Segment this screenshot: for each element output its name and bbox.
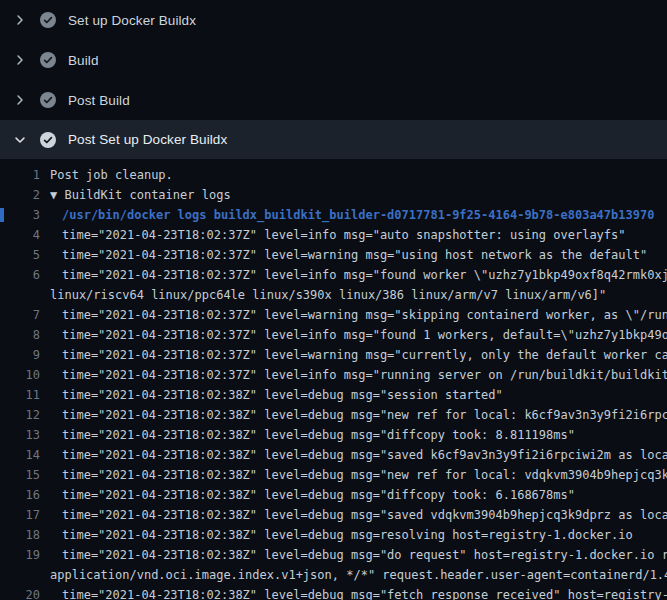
log-line-text: time="2021-04-23T18:02:37Z" level=warnin… <box>40 305 667 325</box>
log-line-number[interactable]: 6 <box>0 265 40 285</box>
log-line-8: 8time="2021-04-23T18:02:37Z" level=info … <box>0 325 667 345</box>
log-line-number <box>0 565 40 585</box>
log-line-number[interactable]: 4 <box>0 225 40 245</box>
log-line-text: Post job cleanup. <box>40 165 667 185</box>
log-line-number[interactable]: 1 <box>0 165 40 185</box>
log-line-number[interactable]: 7 <box>0 305 40 325</box>
log-line-15: 15time="2021-04-23T18:02:38Z" level=debu… <box>0 465 667 485</box>
log-line-13: 13time="2021-04-23T18:02:38Z" level=debu… <box>0 425 667 445</box>
log-line-text: time="2021-04-23T18:02:38Z" level=debug … <box>40 445 667 465</box>
log-line-text: time="2021-04-23T18:02:38Z" level=debug … <box>40 545 667 565</box>
log-line-text: time="2021-04-23T18:02:38Z" level=debug … <box>40 505 667 525</box>
log-line-2: 2▼ BuildKit container logs <box>0 185 667 205</box>
log-line-6: 6time="2021-04-23T18:02:37Z" level=info … <box>0 265 667 285</box>
log-line-5: 5time="2021-04-23T18:02:37Z" level=warni… <box>0 245 667 265</box>
check-circle-icon <box>40 52 56 68</box>
log-line-number <box>0 285 40 305</box>
step-header-post-set-up-docker-buildx[interactable]: Post Set up Docker Buildx <box>0 120 667 159</box>
log-line-number[interactable]: 17 <box>0 505 40 525</box>
step-header-build[interactable]: Build <box>0 40 667 80</box>
log-line-text: time="2021-04-23T18:02:38Z" level=debug … <box>40 525 667 545</box>
log-line-number[interactable]: 3 <box>0 205 40 225</box>
log-line-number[interactable]: 8 <box>0 325 40 345</box>
check-circle-icon <box>40 92 56 108</box>
log-line-12: 12time="2021-04-23T18:02:38Z" level=debu… <box>0 405 667 425</box>
log-line-text: time="2021-04-23T18:02:37Z" level=warnin… <box>40 245 667 265</box>
log-line-19: 19time="2021-04-23T18:02:38Z" level=debu… <box>0 545 667 565</box>
step-list: Set up Docker BuildxBuildPost BuildPost … <box>0 0 667 159</box>
log-line-text: time="2021-04-23T18:02:38Z" level=debug … <box>40 425 667 445</box>
log-line-text: time="2021-04-23T18:02:38Z" level=debug … <box>40 585 667 600</box>
check-circle-icon <box>40 132 56 148</box>
log-line-number[interactable]: 11 <box>0 385 40 405</box>
log-line-text: time="2021-04-23T18:02:37Z" level=info m… <box>40 225 667 245</box>
log-line-number[interactable]: 16 <box>0 485 40 505</box>
log-line-text: time="2021-04-23T18:02:38Z" level=debug … <box>40 405 667 425</box>
log-line-3: 3/usr/bin/docker logs buildx_buildkit_bu… <box>0 205 667 225</box>
log-line-wrap: linux/riscv64 linux/ppc64le linux/s390x … <box>0 285 667 305</box>
step-header-post-build[interactable]: Post Build <box>0 80 667 120</box>
log-line-text: application/vnd.oci.image.index.v1+json,… <box>40 565 667 585</box>
step-label: Post Set up Docker Buildx <box>68 132 227 147</box>
step-label: Set up Docker Buildx <box>68 13 196 28</box>
step-header-set-up-docker-buildx[interactable]: Set up Docker Buildx <box>0 0 667 40</box>
log-line-text: time="2021-04-23T18:02:38Z" level=debug … <box>40 385 667 405</box>
log-line-text: ▼ BuildKit container logs <box>40 185 667 205</box>
log-command-text: /usr/bin/docker logs buildx_buildkit_bui… <box>40 205 667 225</box>
log-line-18: 18time="2021-04-23T18:02:38Z" level=debu… <box>0 525 667 545</box>
log-line-number[interactable]: 20 <box>0 585 40 600</box>
step-label: Build <box>68 53 99 68</box>
log-line-number[interactable]: 10 <box>0 365 40 385</box>
log-line-10: 10time="2021-04-23T18:02:37Z" level=info… <box>0 365 667 385</box>
log-line-number[interactable]: 14 <box>0 445 40 465</box>
log-line-7: 7time="2021-04-23T18:02:37Z" level=warni… <box>0 305 667 325</box>
log-line-number[interactable]: 9 <box>0 345 40 365</box>
log-line-text: time="2021-04-23T18:02:37Z" level=info m… <box>40 325 667 345</box>
log-line-text: linux/riscv64 linux/ppc64le linux/s390x … <box>40 285 667 305</box>
log-line-number[interactable]: 19 <box>0 545 40 565</box>
step-label: Post Build <box>68 93 130 108</box>
log-line-1: 1Post job cleanup. <box>0 165 667 185</box>
chevron-right-icon[interactable] <box>12 12 28 28</box>
log-panel: 1Post job cleanup.2▼ BuildKit container … <box>0 159 667 600</box>
group-title[interactable]: BuildKit container logs <box>64 188 230 202</box>
log-line-14: 14time="2021-04-23T18:02:38Z" level=debu… <box>0 445 667 465</box>
log-line-text: time="2021-04-23T18:02:38Z" level=debug … <box>40 485 667 505</box>
log-line-number[interactable]: 5 <box>0 245 40 265</box>
log-line-16: 16time="2021-04-23T18:02:38Z" level=debu… <box>0 485 667 505</box>
log-line-number[interactable]: 13 <box>0 425 40 445</box>
chevron-right-icon[interactable] <box>12 52 28 68</box>
log-line-number[interactable]: 15 <box>0 465 40 485</box>
log-line-text: time="2021-04-23T18:02:37Z" level=info m… <box>40 365 667 385</box>
group-collapse-caret-icon[interactable]: ▼ <box>50 188 64 202</box>
log-line-wrap: application/vnd.oci.image.index.v1+json,… <box>0 565 667 585</box>
log-line-number[interactable]: 12 <box>0 405 40 425</box>
log-line-20: 20time="2021-04-23T18:02:38Z" level=debu… <box>0 585 667 600</box>
log-line-4: 4time="2021-04-23T18:02:37Z" level=info … <box>0 225 667 245</box>
log-line-number[interactable]: 2 <box>0 185 40 205</box>
log-line-11: 11time="2021-04-23T18:02:38Z" level=debu… <box>0 385 667 405</box>
log-line-text: time="2021-04-23T18:02:38Z" level=debug … <box>40 465 667 485</box>
chevron-right-icon[interactable] <box>12 92 28 108</box>
log-line-9: 9time="2021-04-23T18:02:37Z" level=warni… <box>0 345 667 365</box>
workflow-log-viewer: Set up Docker BuildxBuildPost BuildPost … <box>0 0 667 600</box>
log-line-text: time="2021-04-23T18:02:37Z" level=info m… <box>40 265 667 285</box>
chevron-down-icon[interactable] <box>12 132 28 148</box>
log-line-text: time="2021-04-23T18:02:37Z" level=warnin… <box>40 345 667 365</box>
log-line-number[interactable]: 18 <box>0 525 40 545</box>
check-circle-icon <box>40 12 56 28</box>
log-line-17: 17time="2021-04-23T18:02:38Z" level=debu… <box>0 505 667 525</box>
